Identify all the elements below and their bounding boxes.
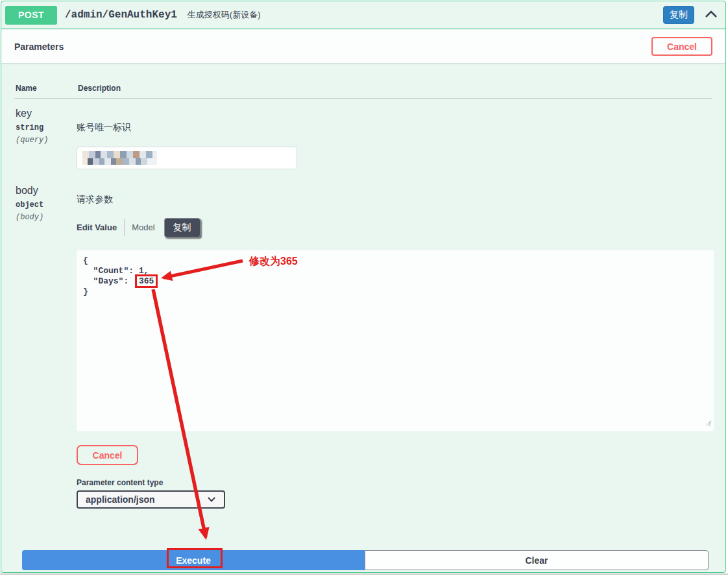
parameters-title: Parameters (14, 42, 64, 52)
annotation-note-text: 修改为365 (249, 255, 298, 269)
copy-body-button[interactable]: 复制 (164, 218, 200, 237)
code-days-prefix: "Days": (83, 276, 134, 286)
param-type: object (14, 200, 77, 210)
panel-bottom-divider (0, 573, 728, 575)
chevron-up-icon (704, 8, 718, 22)
redacted-value-mosaic (82, 151, 157, 165)
key-name-cell: key string (query) (14, 108, 77, 169)
param-type: string (14, 123, 77, 132)
param-location: (query) (14, 136, 77, 145)
param-name: body (14, 185, 77, 197)
code-line: } (83, 287, 707, 297)
body-description-cell: 请求参数 Edit Value Model 复制 { "Count": 1, "… (77, 185, 714, 509)
editor-tabs: Edit Value Model 复制 (77, 217, 714, 237)
param-name: key (14, 108, 77, 119)
body-json-textarea[interactable]: { "Count": 1, "Days": 365 } (77, 250, 714, 431)
cancel-button-editor[interactable]: Cancel (77, 445, 138, 465)
tab-divider (124, 219, 125, 236)
chevron-down-icon (207, 494, 216, 505)
annotation-red-box-execute (167, 548, 223, 568)
parameters-section-header: Parameters Cancel (1, 30, 725, 63)
endpoint-summary[interactable]: POST /admin/GenAuthKey1 生成授权码(新设备) 复制 (1, 1, 725, 29)
param-location: (body) (14, 213, 77, 222)
key-description-cell: 账号唯一标识 (77, 108, 712, 169)
endpoint-path: /admin/GenAuthKey1 (65, 9, 177, 21)
column-header-name: Name (16, 84, 78, 93)
cancel-button-top[interactable]: Cancel (651, 37, 712, 56)
collapse-button[interactable] (703, 7, 719, 23)
parameters-table: Name Description key string (query) 账号唯一… (14, 63, 712, 509)
code-line: "Days": 365 (83, 276, 707, 287)
content-type-select[interactable]: application/json (77, 490, 225, 509)
column-header-description: Description (78, 84, 712, 93)
endpoint-description: 生成授权码(新设备) (188, 9, 261, 21)
execute-bar: Execute Clear (22, 550, 709, 570)
copy-path-button[interactable]: 复制 (663, 6, 694, 24)
key-input-wrap (77, 147, 297, 169)
parameter-row-key: key string (query) 账号唯一标识 (14, 108, 712, 169)
param-description: 请求参数 (77, 194, 714, 206)
code-line: "Count": 1, (83, 266, 707, 276)
tab-model[interactable]: Model (132, 223, 154, 232)
resize-handle[interactable] (705, 419, 712, 429)
param-description: 账号唯一标识 (77, 122, 712, 134)
content-type-value: application/json (86, 494, 155, 505)
method-badge: POST (5, 6, 57, 25)
content-type-label: Parameter content type (77, 478, 714, 487)
annotation-red-box-365: 365 (135, 274, 158, 288)
clear-button[interactable]: Clear (365, 550, 709, 570)
tab-edit-value[interactable]: Edit Value (77, 223, 117, 232)
parameter-row-body: body object (body) 请求参数 Edit Value Model… (14, 185, 712, 509)
table-header-row: Name Description (14, 63, 712, 99)
body-name-cell: body object (body) (14, 185, 77, 509)
post-endpoint-panel: POST /admin/GenAuthKey1 生成授权码(新设备) 复制 Pa… (1, 1, 726, 573)
code-line: { (83, 256, 707, 266)
